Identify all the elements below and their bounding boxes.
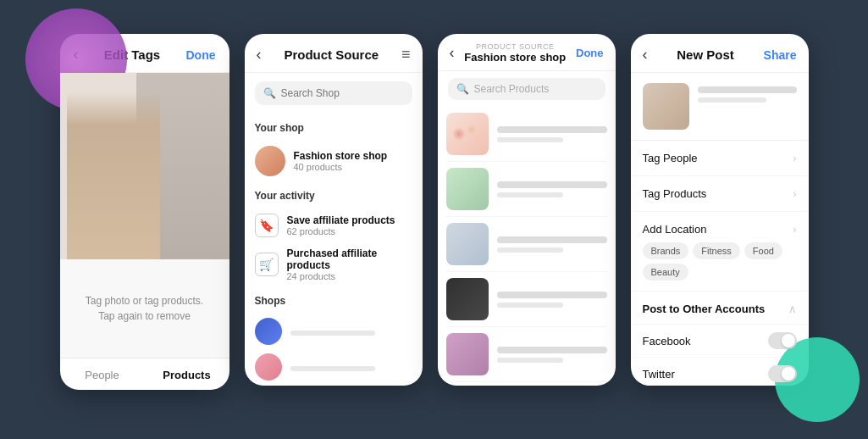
chevron-right-icon: › (793, 152, 796, 164)
chevron-up-icon: ∧ (788, 303, 797, 315)
back-button-3[interactable]: ‹ (450, 44, 455, 62)
post-preview (631, 73, 809, 141)
product-row-3[interactable] (446, 217, 607, 272)
product-line-5a (497, 347, 607, 353)
other-accounts-label: Post to Other Accounts (643, 303, 766, 315)
person-figure (67, 92, 160, 259)
panel-new-post: ‹ New Post Share Tag People › Tag Produc… (631, 34, 809, 386)
tag-products-label: Tag Products (643, 187, 707, 200)
twitter-toggle[interactable] (768, 365, 797, 382)
purchased-affiliate-item[interactable]: 🛒 Purchased affiliate products 24 produc… (255, 242, 412, 286)
search-shop-bar[interactable]: 🔍 (255, 81, 412, 105)
product-line-1b (497, 137, 563, 142)
back-button-4[interactable]: ‹ (643, 46, 648, 64)
product-row-4[interactable] (446, 272, 607, 327)
shop-thumb-2 (255, 353, 282, 381)
add-location-label: Add Location (643, 223, 707, 236)
product-line-4b (497, 303, 563, 308)
menu-icon[interactable]: ≡ (401, 46, 411, 64)
purchased-affiliate-name: Purchased affiliate products (287, 247, 412, 271)
location-tags: Brands Fitness Food Beauty (631, 242, 809, 291)
done-button-3[interactable]: Done (576, 47, 604, 59)
product-row-5[interactable] (446, 327, 607, 382)
location-tag-beauty[interactable]: Beauty (643, 264, 688, 281)
post-caption-lines (698, 83, 797, 103)
add-location-header[interactable]: Add Location › (631, 212, 809, 242)
shop-line-2b (290, 366, 376, 371)
location-tag-fitness[interactable]: Fitness (693, 242, 739, 259)
product-source-header: ‹ Product Source ≡ (245, 34, 423, 73)
shop-avatar-inner (255, 146, 285, 176)
save-affiliate-info: Save affiliate products 62 products (287, 214, 395, 236)
product-source-body: Your shop Fashion store shop 40 products… (245, 114, 423, 386)
shop-row-3[interactable] (255, 385, 412, 386)
shop-avatar (255, 146, 285, 176)
facebook-label: Facebook (643, 335, 691, 347)
tag-hint: Tag photo or tag products. Tap again to … (60, 259, 229, 358)
product-line-2b (497, 192, 563, 197)
search-icon: 🔍 (263, 87, 276, 99)
fashion-store-title: Fashion store shop (464, 51, 566, 64)
product-thumb-3 (446, 223, 489, 265)
product-info-3 (497, 236, 607, 253)
product-row-2[interactable] (446, 162, 607, 217)
shop-row-1[interactable] (255, 314, 412, 349)
shop-name: Fashion store shop (294, 150, 388, 162)
shops-list (255, 314, 412, 386)
panel-product-source: ‹ Product Source ≡ 🔍 Your shop Fashion s… (245, 34, 423, 386)
purchased-affiliate-count: 24 products (287, 271, 412, 281)
shop-count: 40 products (294, 162, 388, 172)
product-row-1[interactable] (446, 107, 607, 162)
tag-people-item[interactable]: Tag People › (631, 141, 809, 176)
back-button-2[interactable]: ‹ (257, 46, 262, 64)
shops-label: Shops (255, 295, 412, 307)
product-info-1 (497, 126, 607, 142)
share-button[interactable]: Share (764, 48, 797, 62)
product-thumb-2 (446, 168, 489, 210)
tab-people[interactable]: People (60, 369, 145, 381)
location-tag-brands[interactable]: Brands (643, 242, 689, 259)
post-text-line-1 (698, 86, 797, 93)
product-line-2a (497, 181, 607, 188)
photo-area (60, 73, 229, 259)
facebook-toggle-row: Facebook (631, 325, 809, 358)
purchased-affiliate-info: Purchased affiliate products 24 products (287, 247, 412, 281)
product-line-1a (497, 126, 607, 133)
shop-info: Fashion store shop 40 products (294, 150, 388, 172)
facebook-toggle[interactable] (768, 332, 797, 349)
other-accounts-header[interactable]: Post to Other Accounts ∧ (631, 292, 809, 325)
chevron-right-icon-2: › (793, 187, 796, 200)
location-tag-food[interactable]: Food (744, 242, 782, 259)
new-post-title: New Post (677, 47, 734, 62)
shop-row-2[interactable] (255, 349, 412, 385)
chevron-right-icon-3: › (793, 223, 796, 236)
panel-fashion-store: ‹ PRODUCT SOURCE Fashion store shop Done… (438, 34, 616, 386)
search-products-placeholder: Search Products (474, 83, 550, 95)
product-info-2 (497, 181, 607, 197)
your-shop-item[interactable]: Fashion store shop 40 products (255, 141, 412, 181)
products-list (438, 107, 616, 386)
product-line-3b (497, 247, 563, 253)
product-line-4a (497, 292, 607, 298)
search-products-bar[interactable]: 🔍 Search Products (448, 78, 605, 100)
tag-products-item[interactable]: Tag Products › (631, 176, 809, 212)
fashion-store-title-group: PRODUCT SOURCE Fashion store shop (464, 42, 566, 64)
product-thumb-5 (446, 333, 489, 375)
post-thumbnail (643, 83, 689, 130)
tab-products[interactable]: Products (145, 369, 229, 381)
search-icon-3: 🔍 (456, 83, 469, 95)
product-source-title: Product Source (284, 47, 379, 62)
save-affiliate-count: 62 products (287, 226, 395, 236)
shop-line-1b (290, 331, 376, 336)
fashion-store-subtitle: PRODUCT SOURCE (464, 42, 566, 51)
product-thumb-4 (446, 278, 489, 320)
done-button[interactable]: Done (186, 48, 216, 62)
cart-icon: 🛒 (255, 253, 279, 276)
new-post-header: ‹ New Post Share (631, 34, 809, 73)
fashion-store-header: ‹ PRODUCT SOURCE Fashion store shop Done (438, 34, 616, 71)
product-line-3a (497, 236, 607, 243)
product-thumb-1 (446, 113, 489, 155)
tag-hint-text: Tag photo or tag products. Tap again to … (86, 293, 203, 324)
search-shop-input[interactable] (281, 87, 404, 99)
save-affiliate-item[interactable]: 🔖 Save affiliate products 62 products (255, 208, 412, 242)
